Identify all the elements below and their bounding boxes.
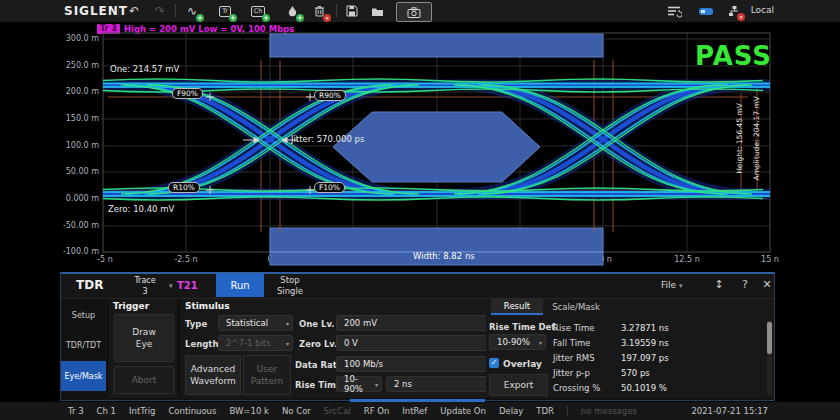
status-update[interactable]: Update On xyxy=(440,406,486,416)
help-icon[interactable]: ? xyxy=(737,278,753,291)
export-button[interactable]: Export xyxy=(489,374,548,396)
trace-selector[interactable]: Trace 3 xyxy=(119,275,171,297)
dialog-title: TDR xyxy=(76,278,103,292)
result-row-name: Crossing % xyxy=(553,383,600,393)
width-readout: Width: 8.82 ns xyxy=(413,251,475,261)
status-bar: Tr 3 Ch 1 IntTrig Continuous BW=10 k No … xyxy=(0,402,840,420)
rise-time-input[interactable]: 2 ns ▴▾ xyxy=(386,376,493,392)
rise-time-label: Rise Time xyxy=(295,380,342,390)
status-reference[interactable]: IntRef xyxy=(402,406,427,416)
chevron-down-icon: ▾ xyxy=(539,339,542,346)
status-srccal[interactable]: SrcCal xyxy=(324,406,351,416)
result-rise-def-select[interactable]: 10-90% ▾ xyxy=(489,334,546,350)
status-delay[interactable]: Delay xyxy=(499,406,523,416)
r90-marker-chip: R90% xyxy=(314,90,346,101)
f90-marker-chip: F90% xyxy=(172,88,203,99)
status-bandwidth[interactable]: BW=10 k xyxy=(229,406,269,416)
status-divider xyxy=(567,406,568,416)
result-row-value: 50.1019 % xyxy=(621,383,667,393)
tab-setup[interactable]: Setup xyxy=(61,301,106,329)
result-row-value: 570 ps xyxy=(621,368,650,378)
rise-time-def-select[interactable]: 10-90% ▾ xyxy=(336,376,382,392)
status-datetime: 2021-07-21 15:17 xyxy=(691,406,768,416)
draw-eye-button[interactable]: Draw Eye xyxy=(114,314,174,362)
close-icon[interactable]: ✕ xyxy=(759,278,775,291)
tab-tdr-tdt[interactable]: TDR/TDT xyxy=(61,331,106,359)
stop-single-button[interactable]: Stop Single xyxy=(266,275,314,297)
scrollbar-thumb[interactable] xyxy=(767,322,772,354)
advanced-waveform-button[interactable]: Advanced Waveform xyxy=(185,355,241,395)
overlay-checkbox[interactable]: ✓ xyxy=(489,358,499,368)
stimulus-group: Stimulus Type Statistical ▾ One Lv. 200 … xyxy=(181,299,489,398)
user-pattern-button[interactable]: User Pattern xyxy=(243,355,291,395)
status-channel[interactable]: Ch 1 xyxy=(97,406,116,416)
status-tdr[interactable]: TDR xyxy=(536,406,554,416)
trigger-heading: Trigger xyxy=(113,301,149,311)
result-row-name: Jitter RMS xyxy=(553,353,595,363)
f10-marker-chip: F10% xyxy=(314,182,345,193)
chevron-down-icon: ▾ xyxy=(169,282,173,290)
data-rate-input[interactable]: 100 Mb/s ▴▾ xyxy=(336,356,493,372)
height-readout: Height: 156.45 mV xyxy=(735,103,744,174)
type-label: Type xyxy=(185,319,207,329)
status-trigger[interactable]: IntTrig xyxy=(129,406,155,416)
status-rf[interactable]: RF On xyxy=(364,406,390,416)
result-row-name: Fall Time xyxy=(553,338,591,348)
tab-scale-mask[interactable]: Scale/Mask xyxy=(545,299,607,315)
one-level-label: One Lv. xyxy=(299,319,335,329)
result-row-name: Rise Time xyxy=(553,323,594,333)
overlay-label: Overlay xyxy=(503,359,542,369)
chevron-down-icon: ▾ xyxy=(286,340,289,347)
result-row-value: 197.097 ps xyxy=(621,353,669,363)
stimulus-heading: Stimulus xyxy=(185,301,230,311)
one-level-readout: One: 214.57 mV xyxy=(110,64,179,74)
trigger-group: Trigger Draw Eye Abort xyxy=(109,299,177,398)
result-row-value: 3.19559 ns xyxy=(621,338,669,348)
status-message: no messages xyxy=(581,406,637,416)
chevron-down-icon: ▾ xyxy=(286,320,289,327)
abort-button[interactable]: Abort xyxy=(114,366,174,394)
tab-result[interactable]: Result xyxy=(491,299,543,315)
status-trace[interactable]: Tr 3 xyxy=(68,406,84,416)
r10-marker-chip: R10% xyxy=(168,182,200,193)
tab-eye-mask[interactable]: Eye/Mask xyxy=(61,361,106,391)
result-row-name: Jitter p-p xyxy=(553,368,590,378)
chevron-down-icon: ▾ xyxy=(375,381,378,388)
file-menu[interactable]: File ▾ xyxy=(661,280,682,290)
run-button[interactable]: Run xyxy=(216,274,264,297)
tdr-dialog: TDR Trace 3 ▾ T21 Run Stop Single File ▾… xyxy=(60,272,775,401)
trace-tag: T21 xyxy=(177,280,198,291)
status-correction[interactable]: No Cor xyxy=(282,406,311,416)
tdr-dialog-header: TDR Trace 3 ▾ T21 Run Stop Single File ▾… xyxy=(61,274,774,299)
resize-updown-icon[interactable]: ↕ xyxy=(711,278,727,291)
zero-level-input[interactable]: 0 V ▴▾ xyxy=(336,335,493,351)
one-level-input[interactable]: 200 mV ▴▾ xyxy=(336,315,493,331)
zero-level-readout: Zero: 10.40 mV xyxy=(108,204,174,214)
rise-time-def-label: Rise Time Def. xyxy=(489,322,558,332)
type-select[interactable]: Statistical ▾ xyxy=(218,315,293,331)
result-scrollbar[interactable] xyxy=(767,320,772,396)
oscilloscope-screen: SIGLENT ↶ ↷ ∿ + Tr + Ch + + xyxy=(0,0,840,420)
length-select[interactable]: 2^7-1 bits ▾ xyxy=(218,335,293,351)
status-sweep[interactable]: Continuous xyxy=(168,406,216,416)
jitter-readout: Jitter: 570.000 ps xyxy=(291,134,364,144)
chevron-down-icon: ▾ xyxy=(679,282,683,290)
amplitude-readout: Amplitude: 204.17 mV xyxy=(752,96,761,180)
length-label: Length xyxy=(185,339,218,349)
result-row-value: 3.27871 ns xyxy=(621,323,669,333)
zero-level-label: Zero Lv. xyxy=(299,339,337,349)
